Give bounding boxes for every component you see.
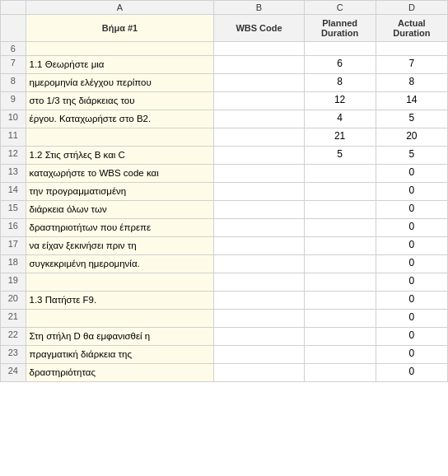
row-number: 17 <box>1 237 26 255</box>
col-b-cell <box>214 237 304 255</box>
table-row: 8ημερομηνία ελέγχου περίπου88 <box>1 74 448 92</box>
col-c-cell <box>304 346 376 364</box>
col-b-cell <box>214 110 304 128</box>
spreadsheet: A B C D Βήμα #1 WBS Code Planned Duratio… <box>0 0 448 382</box>
col-b-cell <box>214 328 304 346</box>
col-a-cell: 1.1 Θεωρήστε μια <box>26 56 214 74</box>
col-b-cell <box>214 74 304 92</box>
header-row: Βήμα #1 WBS Code Planned Duration Actual… <box>1 15 448 42</box>
col-c-cell <box>304 201 376 219</box>
col-c-cell <box>304 237 376 255</box>
col-c-cell: 12 <box>304 92 376 110</box>
col-b-cell <box>214 255 304 273</box>
col-d-cell: 14 <box>376 92 447 110</box>
col-d-cell: 0 <box>376 219 447 237</box>
row-number: 20 <box>1 292 26 310</box>
col-d-cell: 7 <box>376 56 447 74</box>
col-b-cell <box>214 364 304 382</box>
table-body: 671.1 Θεωρήστε μια678ημερομηνία ελέγχου … <box>1 42 448 382</box>
corner-cell <box>1 1 26 15</box>
col-c-cell <box>304 183 376 201</box>
row-number: 7 <box>1 56 26 74</box>
col-a-cell: 1.3 Πατήστε F9. <box>26 292 214 310</box>
col-a-cell: διάρκεια όλων των <box>26 201 214 219</box>
col-d-cell: 0 <box>376 346 447 364</box>
row-number: 23 <box>1 346 26 364</box>
col-a-cell: έργου. Καταχωρήστε στο Β2. <box>26 110 214 128</box>
col-d-cell: 20 <box>376 128 447 147</box>
row-number: 22 <box>1 328 26 346</box>
col-letter-b: B <box>214 1 304 15</box>
col-d-cell: 0 <box>376 328 447 346</box>
col-c-cell <box>304 292 376 310</box>
col-d-cell: 0 <box>376 165 447 183</box>
row-number: 16 <box>1 219 26 237</box>
col-d-cell: 0 <box>376 310 447 328</box>
col-b-cell <box>214 92 304 110</box>
col-a-cell: την προγραμματισμένη <box>26 183 214 201</box>
col-letter-c: C <box>304 1 376 15</box>
row-num-header <box>1 15 26 42</box>
col-letter-d: D <box>376 1 447 15</box>
col-b-header: WBS Code <box>214 15 304 42</box>
col-c-line1: Planned <box>322 18 357 28</box>
col-b-cell <box>214 346 304 364</box>
row-number: 10 <box>1 110 26 128</box>
col-d-cell: 5 <box>376 110 447 128</box>
col-a-header: Βήμα #1 <box>26 15 214 42</box>
col-a-cell: Στη στήλη D θα εμφανισθεί η <box>26 328 214 346</box>
row-number: 24 <box>1 364 26 382</box>
col-c-cell: 5 <box>304 147 376 165</box>
col-c-cell <box>304 255 376 273</box>
table-row: 13καταχωρήστε το WBS code και0 <box>1 165 448 183</box>
col-c-cell: 4 <box>304 110 376 128</box>
table-row: 17να είχαν ξεκινήσει πριν τη0 <box>1 237 448 255</box>
col-c-cell: 21 <box>304 128 376 147</box>
col-a-cell: πραγματική διάρκεια της <box>26 346 214 364</box>
col-c-cell <box>304 219 376 237</box>
col-d-cell: 0 <box>376 201 447 219</box>
table-row: 71.1 Θεωρήστε μια67 <box>1 56 448 74</box>
col-a-cell: 1.2 Στις στήλες Β και C <box>26 147 214 165</box>
col-c-cell <box>304 165 376 183</box>
col-d-cell <box>376 42 447 56</box>
col-b-cell <box>214 165 304 183</box>
row-number: 11 <box>1 128 26 147</box>
col-d-cell: 0 <box>376 237 447 255</box>
table-row: 201.3 Πατήστε F9.0 <box>1 292 448 310</box>
table-row: 16δραστηριοτήτων που έπρεπε0 <box>1 219 448 237</box>
col-a-cell: καταχωρήστε το WBS code και <box>26 165 214 183</box>
row-number: 6 <box>1 42 26 56</box>
col-c-cell: 8 <box>304 74 376 92</box>
row-number: 12 <box>1 147 26 165</box>
table-row: 10έργου. Καταχωρήστε στο Β2.45 <box>1 110 448 128</box>
col-d-line1: Actual <box>398 18 426 28</box>
row-number: 9 <box>1 92 26 110</box>
col-b-cell <box>214 56 304 74</box>
col-d-cell: 0 <box>376 364 447 382</box>
col-a-cell: να είχαν ξεκινήσει πριν τη <box>26 237 214 255</box>
table-row: 14την προγραμματισμένη0 <box>1 183 448 201</box>
table-row: 190 <box>1 273 448 292</box>
column-letters-row: A B C D <box>1 1 448 15</box>
table-row: 9στο 1/3 της διάρκειας του1214 <box>1 92 448 110</box>
col-d-cell: 0 <box>376 255 447 273</box>
col-a-cell <box>26 310 214 328</box>
col-d-cell: 8 <box>376 74 447 92</box>
table-row: 121.2 Στις στήλες Β και C55 <box>1 147 448 165</box>
row-number: 19 <box>1 273 26 292</box>
col-c-cell <box>304 42 376 56</box>
row-number: 13 <box>1 165 26 183</box>
col-c-cell <box>304 273 376 292</box>
table-row: 210 <box>1 310 448 328</box>
table-row: 22Στη στήλη D θα εμφανισθεί η0 <box>1 328 448 346</box>
col-c-cell <box>304 364 376 382</box>
col-c-cell: 6 <box>304 56 376 74</box>
col-b-cell <box>214 310 304 328</box>
col-b-cell <box>214 219 304 237</box>
col-a-cell: ημερομηνία ελέγχου περίπου <box>26 74 214 92</box>
col-d-cell: 5 <box>376 147 447 165</box>
col-a-cell <box>26 273 214 292</box>
col-d-cell: 0 <box>376 273 447 292</box>
col-d-cell: 0 <box>376 183 447 201</box>
